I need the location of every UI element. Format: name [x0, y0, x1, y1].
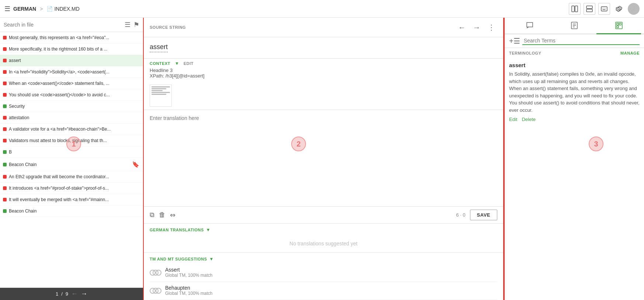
list-item[interactable]: Most generally, this represents an <a hr…: [0, 32, 143, 44]
search-icons: ☰ ⚑: [125, 21, 139, 29]
list-item[interactable]: It introduces <a href="#proof-of-stake">…: [0, 183, 143, 194]
pagination-prev-button[interactable]: ←: [71, 290, 78, 298]
add-term-icon[interactable]: +☰: [509, 37, 520, 45]
tm-suggestions-header: TM AND MT SUGGESTIONS ▼: [144, 253, 503, 264]
center-panel: SOURCE STRING ← → ⋮ assert CONTEXT ▼ EDI…: [144, 18, 504, 300]
pagination-bar: 1 / 9 ← →: [0, 287, 143, 300]
list-item[interactable]: attestation: [0, 112, 143, 124]
string-text: An Eth2 upgrade that will become the coo…: [9, 174, 109, 179]
user-avatar[interactable]: [628, 3, 640, 15]
copy-source-icon[interactable]: ⧉: [150, 211, 154, 219]
edit-label[interactable]: EDIT: [184, 61, 194, 66]
list-item[interactable]: When an <code>assert()</code> statement …: [0, 78, 143, 89]
badge-1: 1: [66, 137, 81, 151]
status-dot: [3, 175, 7, 179]
status-dot: [3, 209, 7, 213]
string-text: Security: [9, 104, 25, 109]
layout-icon-2[interactable]: [584, 3, 595, 15]
list-item[interactable]: assert: [0, 55, 143, 66]
context-xpath: XPath: /h3[4][@id=assert]: [150, 73, 497, 79]
list-item[interactable]: A validator vote for a <a href="#beacon-…: [0, 124, 143, 135]
suggestion-item[interactable]: Behaupten Global TM, 100% match: [150, 282, 497, 300]
settings-icon[interactable]: [613, 3, 625, 15]
list-item[interactable]: It will eventually be merged with <a hre…: [0, 194, 143, 206]
suggestions-list: Assert Global TM, 100% match Behaupten G…: [144, 264, 503, 300]
save-button[interactable]: SAVE: [470, 210, 497, 220]
preview-line: [152, 90, 163, 91]
svg-rect-25: [617, 26, 619, 28]
term-search-input[interactable]: [522, 37, 640, 45]
context-info: Headline 3 XPath: /h3[4][@id=assert]: [144, 68, 503, 82]
context-label: CONTEXT: [150, 61, 170, 66]
project-name[interactable]: GERMAN: [13, 6, 36, 12]
list-item[interactable]: Security: [0, 101, 143, 112]
context-bar: CONTEXT ▼ EDIT: [144, 59, 503, 68]
manage-button[interactable]: MANAGE: [620, 51, 640, 55]
translation-toolbar: ⧉ 🗑 ⇔ 6 · 0 SAVE: [144, 206, 503, 223]
prev-string-button[interactable]: ←: [456, 23, 468, 32]
list-item[interactable]: An Eth2 upgrade that will become the coo…: [0, 171, 143, 183]
string-text: Beacon Chain: [9, 162, 36, 167]
string-text: attestation: [9, 115, 29, 120]
history-icon[interactable]: ⇔: [170, 211, 175, 219]
filter-icon[interactable]: ⚑: [133, 21, 139, 29]
pagination-next-button[interactable]: →: [81, 290, 87, 298]
list-item[interactable]: Beacon Chain 🔖: [0, 158, 143, 171]
bookmark-icon[interactable]: 🔖: [132, 161, 139, 168]
char-count: 6 · 0: [456, 212, 465, 218]
list-item[interactable]: Beacon Chain: [0, 206, 143, 217]
status-dot: [3, 186, 7, 190]
translation-input[interactable]: [144, 110, 503, 206]
clear-translation-icon[interactable]: 🗑: [159, 211, 166, 219]
right-search-bar: +☰: [505, 34, 644, 48]
context-preview: [150, 85, 172, 107]
list-item[interactable]: In <a href="#solidity">Solidity</a>, <co…: [0, 66, 143, 78]
string-text: You should use <code>assert()</code> to …: [9, 92, 110, 97]
next-string-button[interactable]: →: [471, 23, 483, 32]
string-text: B: [9, 149, 12, 155]
suggestion-item[interactable]: Assert Global TM, 100% match: [150, 264, 497, 282]
suggestion-tm-icon: [150, 285, 161, 297]
tab-terminology[interactable]: [596, 18, 641, 34]
file-breadcrumb[interactable]: 📄 INDEX.MD: [46, 6, 79, 12]
left-panel: ☰ ⚑ Most generally, this represents an <…: [0, 18, 144, 300]
context-arrow-icon: ▼: [175, 61, 179, 66]
list-item[interactable]: You should use <code>assert()</code> to …: [0, 89, 143, 101]
source-header: SOURCE STRING ← → ⋮: [144, 18, 503, 37]
svg-point-10: [632, 6, 635, 9]
term-edit-button[interactable]: Edit: [509, 117, 517, 122]
tab-glossary[interactable]: [552, 18, 597, 34]
hamburger-icon[interactable]: ☰: [4, 5, 10, 13]
string-text: When an <code>assert()</code> statement …: [9, 81, 109, 86]
status-dot: [3, 127, 7, 131]
layout-icon-1[interactable]: [569, 3, 581, 15]
status-dot: [3, 70, 7, 74]
keyboard-icon[interactable]: [598, 3, 610, 15]
tab-comments[interactable]: [508, 18, 552, 34]
no-translations-text: No translations suggested yet: [144, 235, 503, 252]
breadcrumb: ☰ GERMAN > 📄 INDEX.MD: [4, 5, 566, 13]
suggestion-text: Assert Global TM, 100% match: [165, 267, 213, 278]
suggestion-word: Behaupten: [165, 285, 213, 291]
list-item[interactable]: More specifically, it is the rightmost 1…: [0, 44, 143, 55]
status-dot: [3, 104, 7, 108]
tm-suggestions-label: TM AND MT SUGGESTIONS: [150, 257, 207, 261]
term-delete-button[interactable]: Delete: [522, 117, 536, 122]
suggestion-word: Assert: [165, 267, 213, 273]
svg-rect-1: [575, 6, 578, 12]
svg-rect-2: [586, 6, 592, 8]
status-dot: [3, 198, 7, 201]
suggestion-meta: Global TM, 100% match: [165, 291, 213, 296]
svg-rect-24: [619, 23, 621, 25]
search-input[interactable]: [4, 22, 122, 28]
source-content: assert: [144, 37, 503, 59]
german-translations-label: GERMAN TRANSLATIONS: [150, 228, 204, 232]
string-text: assert: [9, 58, 21, 63]
status-dot: [3, 47, 7, 51]
more-options-button[interactable]: ⋮: [485, 22, 497, 32]
status-dot: [3, 139, 7, 142]
svg-rect-4: [601, 7, 607, 11]
badge-1-label: 1: [66, 137, 81, 151]
badge-2: 2: [291, 137, 306, 151]
list-view-icon[interactable]: ☰: [125, 21, 130, 29]
